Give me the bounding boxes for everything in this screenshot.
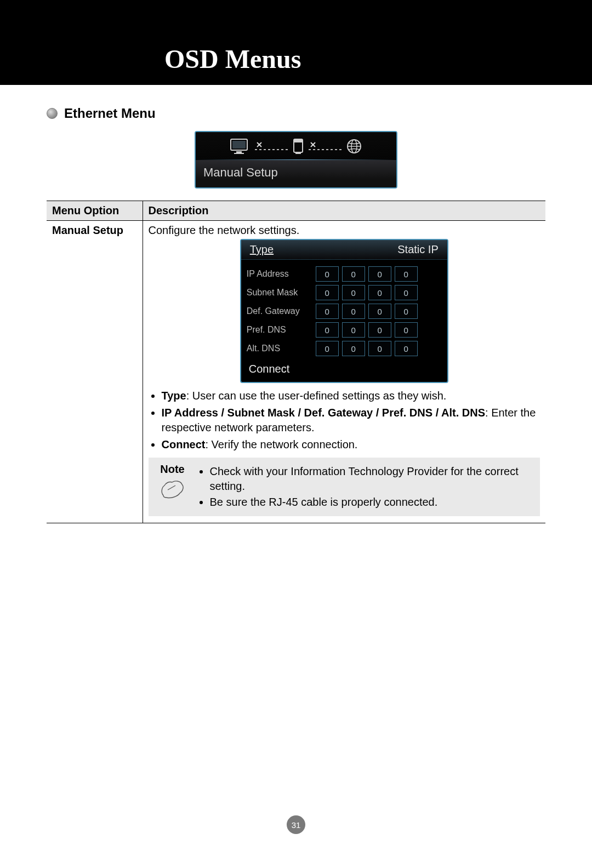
ip-octet-cell: 0 — [395, 304, 418, 319]
list-item: Type: User can use the user-defined sett… — [162, 389, 540, 403]
ip-row-label: IP Address — [247, 269, 312, 279]
ip-row: IP Address0000 — [247, 266, 440, 282]
ip-row-label: Pref. DNS — [247, 325, 312, 335]
ip-octet-cell: 0 — [342, 322, 365, 338]
ip-octet-cell: 0 — [342, 341, 365, 356]
server-icon — [292, 138, 304, 155]
page-title: OSD Menus — [164, 44, 301, 74]
ip-octet-cell: 0 — [316, 304, 339, 319]
ip-octet-cell: 0 — [395, 341, 418, 356]
ip-octet-cell: 0 — [316, 322, 339, 338]
ip-octet-cell: 0 — [342, 285, 365, 300]
ip-row: Subnet Mask0000 — [247, 285, 440, 300]
osd-ip-type-label: Type — [250, 243, 274, 256]
ip-row: Def. Gateway0000 — [247, 304, 440, 319]
description-bullets: Type: User can use the user-defined sett… — [149, 389, 540, 452]
list-item: Be sure the RJ-45 cable is properly conn… — [210, 495, 534, 510]
ip-row: Alt. DNS0000 — [247, 341, 440, 356]
svg-rect-2 — [236, 151, 242, 153]
osd-screenshot-manual-setup: Manual Setup — [195, 131, 397, 189]
note-label: Note — [160, 463, 184, 476]
menu-table: Menu Option Description Manual Setup Con… — [47, 201, 545, 523]
hand-note-icon — [159, 478, 186, 501]
ip-octet-cell: 0 — [342, 304, 365, 319]
cell-option: Manual Setup — [47, 221, 143, 523]
svg-rect-3 — [234, 153, 244, 154]
osd-ip-body: IP Address0000Subnet Mask0000Def. Gatewa… — [241, 260, 447, 361]
osd-ip-type-value: Static IP — [397, 243, 438, 256]
ip-octet-cell: 0 — [368, 266, 391, 282]
note-box: Note Check with your Information Technol… — [149, 458, 540, 516]
list-item: IP Address / Subnet Mask / Def. Gateway … — [162, 406, 540, 435]
th-description: Description — [143, 201, 545, 221]
ip-octet-cell: 0 — [395, 266, 418, 282]
ip-octet-cell: 0 — [368, 341, 391, 356]
ip-octet-cell: 0 — [395, 285, 418, 300]
content-area: Ethernet Menu — [0, 85, 592, 523]
x-dotted-icon — [255, 141, 288, 152]
list-item: Check with your Information Technology P… — [210, 464, 534, 494]
x-dotted-icon — [309, 141, 341, 152]
section-header: Ethernet Menu — [47, 106, 545, 121]
svg-rect-1 — [232, 141, 246, 149]
osd-ip-header: Type Static IP — [241, 240, 447, 260]
ip-octet-cell: 0 — [316, 266, 339, 282]
table-row: Manual Setup Configure the network setti… — [47, 221, 545, 523]
ip-row-label: Subnet Mask — [247, 288, 312, 298]
svg-rect-8 — [294, 139, 303, 142]
desc-intro: Configure the network settings. — [149, 224, 540, 237]
ip-row: Pref. DNS0000 — [247, 322, 440, 338]
list-item: Connect: Verify the network connection. — [162, 437, 540, 452]
ip-octet-cell: 0 — [368, 322, 391, 338]
th-option: Menu Option — [47, 201, 143, 221]
osd-label-manual-setup: Manual Setup — [196, 160, 396, 187]
ip-octet-cell: 0 — [316, 341, 339, 356]
svg-rect-9 — [295, 153, 301, 154]
ip-row-label: Alt. DNS — [247, 344, 312, 353]
osd-ip-connect: Connect — [241, 361, 447, 382]
ip-octet-cell: 0 — [368, 285, 391, 300]
osd-icon-row — [196, 132, 396, 159]
monitor-icon — [230, 138, 251, 155]
ip-octet-cell: 0 — [342, 266, 365, 282]
globe-icon — [346, 138, 362, 155]
bullet-icon — [47, 108, 58, 119]
note-list: Check with your Information Technology P… — [198, 463, 534, 511]
ip-octet-cell: 0 — [316, 285, 339, 300]
section-title: Ethernet Menu — [64, 106, 156, 121]
osd-screenshot-static-ip: Type Static IP IP Address0000Subnet Mask… — [240, 239, 448, 383]
cell-description: Configure the network settings. Type Sta… — [143, 221, 545, 523]
ip-octet-cell: 0 — [368, 304, 391, 319]
ip-row-label: Def. Gateway — [247, 306, 312, 316]
ip-octet-cell: 0 — [395, 322, 418, 338]
page-number-badge: 31 — [287, 815, 305, 834]
header-band: OSD Menus — [0, 0, 592, 85]
